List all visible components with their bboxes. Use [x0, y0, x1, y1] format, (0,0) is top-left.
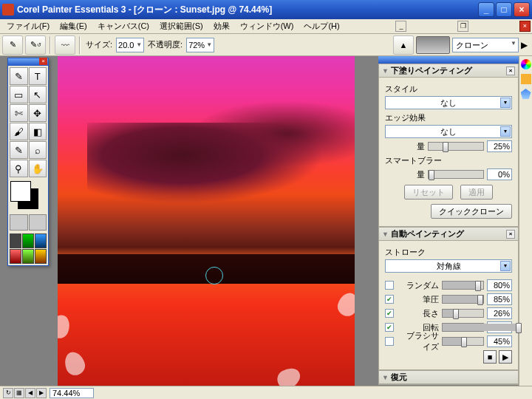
reset-button[interactable]: リセット	[404, 185, 453, 200]
maximize-button[interactable]: □	[496, 2, 512, 17]
brush-dab-preview[interactable]	[416, 36, 450, 54]
gradient-swatch[interactable]	[10, 233, 21, 248]
brush-tool[interactable]: ✎	[10, 67, 28, 85]
row-checkbox[interactable]: ✔	[385, 309, 394, 318]
rect-select-tool[interactable]: ▭	[10, 86, 28, 103]
primary-color[interactable]	[10, 181, 31, 202]
row-value[interactable]: 80%	[487, 279, 512, 291]
menu-help[interactable]: ヘルプ(H)	[299, 19, 344, 33]
doc-close-button[interactable]: ×	[519, 21, 531, 32]
color-sample-icon[interactable]	[521, 74, 531, 84]
color-wheel-icon[interactable]	[521, 59, 531, 69]
row-checkbox[interactable]	[385, 281, 394, 290]
crop-tool[interactable]: ✄	[10, 104, 28, 122]
gradient-swatch[interactable]	[10, 249, 21, 264]
gradient-swatch[interactable]	[22, 233, 34, 248]
row-value[interactable]: 85%	[487, 293, 512, 305]
size-field[interactable]: 20.0▼	[116, 38, 144, 52]
dropdown-icon: ▾	[500, 126, 511, 137]
style-combo[interactable]: なし▾	[385, 96, 512, 109]
dropdown-icon: ▼	[511, 40, 516, 47]
menu-edit[interactable]: 編集(E)	[55, 19, 92, 33]
gradient-swatch[interactable]	[35, 233, 47, 248]
pencil-tool[interactable]: ✎	[10, 141, 28, 159]
row-slider[interactable]	[442, 281, 484, 290]
panel-close-button[interactable]: ×	[506, 230, 515, 239]
brush-reset-button[interactable]: ✎↺	[25, 35, 46, 55]
menu-select[interactable]: 選択範囲(S)	[154, 19, 208, 33]
brush-selector-icon[interactable]: ▲	[393, 35, 414, 55]
edge-label: エッジ効果	[385, 112, 512, 123]
row-value[interactable]: 45%	[487, 335, 512, 347]
brush-menu-arrow[interactable]: ▶	[521, 40, 530, 50]
brush-tracker-button[interactable]: ✎	[2, 35, 23, 55]
stroke-preview-button[interactable]: 〰	[55, 35, 75, 55]
edge-combo[interactable]: なし▾	[385, 125, 512, 138]
panel-header[interactable]	[378, 56, 519, 64]
magnifier-tool[interactable]: ⚲	[10, 160, 28, 177]
collapse-icon: ▼	[382, 67, 389, 75]
doc-minimize-button[interactable]: _	[395, 21, 406, 32]
menu-canvas[interactable]: キャンバス(C)	[92, 19, 154, 33]
status-bar: ↻ ▦ ◀ ▶ 74.44%	[0, 386, 532, 399]
minimize-button[interactable]: _	[478, 2, 494, 17]
paper-texture-button[interactable]	[10, 214, 28, 231]
brush-category-field[interactable]: クローン▼	[452, 38, 519, 52]
blur-value[interactable]: 0%	[487, 168, 512, 180]
titlebar: Corel Painter Essentials 3 - [クローン : Sun…	[0, 0, 532, 19]
nav-rotate-button[interactable]: ↻	[3, 388, 13, 398]
menu-window[interactable]: ウィンドウ(W)	[235, 19, 299, 33]
edge-amount-value[interactable]: 25%	[487, 140, 512, 152]
text-tool[interactable]: T	[29, 67, 47, 85]
stop-button[interactable]: ■	[483, 350, 497, 364]
panel-title-bar[interactable]: ▼復元	[379, 371, 518, 384]
row-value[interactable]: 26%	[487, 307, 512, 319]
doc-restore-button[interactable]: ❐	[457, 21, 468, 32]
panel-title: 下塗りペインティング	[391, 65, 472, 76]
row-slider[interactable]	[442, 295, 484, 304]
paint-tool[interactable]: 🖌	[10, 123, 28, 140]
row-slider[interactable]	[442, 337, 484, 346]
row-checkbox[interactable]	[385, 337, 394, 346]
transform-tool[interactable]: ↖	[29, 86, 47, 103]
brush-cursor	[205, 267, 223, 284]
color-swatch[interactable]	[10, 181, 46, 211]
row-checkbox[interactable]: ✔	[385, 295, 394, 304]
gradient-swatch[interactable]	[22, 249, 34, 264]
close-button[interactable]: ×	[514, 2, 530, 17]
move-tool[interactable]: ✥	[29, 104, 47, 122]
pattern-button[interactable]	[29, 214, 47, 231]
row-label: 筆圧	[399, 294, 439, 305]
canvas[interactable]	[58, 56, 355, 386]
zoom-field[interactable]: 74.44%	[50, 388, 94, 398]
play-button[interactable]: ▶	[499, 350, 512, 364]
nav-prev-button[interactable]: ◀	[25, 388, 35, 398]
separator	[50, 36, 51, 54]
eraser-tool[interactable]: ◧	[29, 123, 47, 140]
menu-effects[interactable]: 効果	[208, 19, 235, 33]
opacity-field[interactable]: 72%▼	[186, 38, 214, 52]
blur-slider[interactable]	[428, 170, 484, 179]
palette-header[interactable]: ×	[8, 58, 48, 66]
row-label: ランダム	[399, 280, 439, 291]
quick-clone-button[interactable]: クイッククローン	[431, 204, 512, 219]
panel-title-bar[interactable]: ▼下塗りペインティング×	[379, 64, 518, 78]
palette-close-button[interactable]: ×	[39, 58, 47, 65]
painting-petal	[58, 313, 73, 341]
row-slider[interactable]	[442, 309, 484, 318]
row-checkbox[interactable]: ✔	[385, 323, 394, 332]
hand-tool[interactable]: ✋	[29, 160, 47, 177]
row-slider[interactable]	[442, 323, 484, 332]
edge-amount-slider[interactable]	[428, 142, 484, 151]
panel-title-bar[interactable]: ▼自動ペインティング×	[379, 228, 518, 241]
style-label: スタイル	[385, 83, 512, 95]
apply-button[interactable]: 適用	[460, 185, 493, 200]
mixer-icon[interactable]	[521, 89, 531, 99]
menu-file[interactable]: ファイル(F)	[1, 19, 55, 33]
nav-next-button[interactable]: ▶	[36, 388, 47, 398]
dropper-tool[interactable]: ⌕	[29, 141, 47, 159]
panel-close-button[interactable]: ×	[506, 66, 515, 75]
gradient-swatch[interactable]	[35, 249, 47, 264]
nav-grid-button[interactable]: ▦	[14, 388, 24, 398]
stroke-combo[interactable]: 対角線▾	[385, 259, 512, 273]
